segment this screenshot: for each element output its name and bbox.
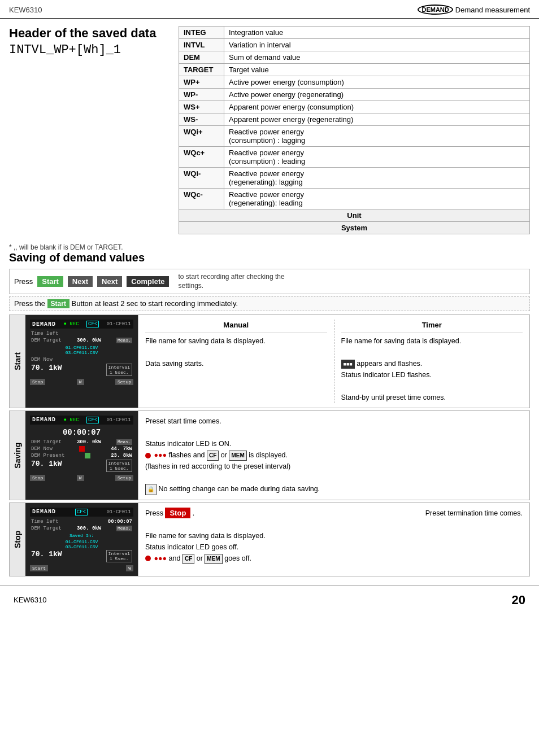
next-button-1[interactable]: Next: [68, 276, 93, 287]
saving-val2: 23. 8kW: [111, 453, 132, 458]
code-cell: WS+: [179, 101, 224, 113]
start-desc-cols: Manual File name for saving data is disp…: [145, 320, 523, 403]
saving-interval: Interval1 5sec.: [106, 460, 132, 472]
stop-phase-label: Stop: [10, 503, 25, 576]
table-row-system: System: [179, 222, 530, 234]
table-row: WS- Apparent power energy (regenerating): [179, 113, 530, 126]
table-row: WQc+ Reactive power energy(consumption) …: [179, 147, 530, 168]
saving-device-screen: DEMAND ● REC CF< 01-CF011 00:00:07 DEM T…: [28, 413, 136, 483]
interval-box: Interval1 5sec.: [106, 364, 132, 376]
saving-mode: Meas.: [116, 439, 132, 445]
code-cell: INTVL: [179, 39, 224, 51]
footnote: * ,, will be blank if is DEM or TARGET.: [9, 243, 530, 251]
next-button-2[interactable]: Next: [97, 276, 122, 287]
press-stop-text: Press Stop .: [145, 508, 194, 519]
start-phase-row: Start DEMAND ● REC CF< 01-CF011 Time lef…: [9, 314, 530, 408]
file-desc: File name for saving data is displayed.: [145, 335, 327, 347]
saving-target-label: DEM Target: [31, 439, 62, 445]
press-label: Press: [14, 277, 33, 286]
table-row: WQi- Reactive power energy(regenerating)…: [179, 168, 530, 189]
stop-screen-header: DEMAND CF< 01-CF011: [30, 508, 133, 517]
led-red-icon: [145, 453, 151, 458]
code-cell: WQi-: [179, 168, 224, 189]
setup-btn-label: Setup: [115, 379, 133, 385]
stop-file-desc: File name for saving data is displayed.: [145, 530, 523, 541]
desc-cell: Variation in interval: [224, 39, 530, 51]
stop-target-row: DEM Target 300. 0kW Meas.: [30, 525, 133, 532]
target-value: 300. 0kW: [77, 338, 101, 343]
start-button[interactable]: Start: [37, 276, 63, 287]
w-btn-label: W: [77, 379, 84, 385]
target-row: DEM Target 300. 0kW Meas.: [30, 337, 133, 344]
stop-time-row: Time left 00:00:07: [30, 518, 133, 525]
start-device-screen: DEMAND ● REC CF< 01-CF011 Time left DEM …: [28, 317, 136, 387]
inline-start-button[interactable]: Start: [47, 299, 69, 308]
stop-phase-row: Stop DEMAND CF< 01-CF011 Time left 00:00…: [9, 502, 530, 576]
desc-cell: Active power energy (regenerating): [224, 89, 530, 101]
saving-phase-row: Saving DEMAND ● REC CF< 01-CF011 00:00:0…: [9, 410, 530, 500]
code-cell: INTEG: [179, 27, 224, 39]
header-subtitle: INTVL_WP+[Wh]_1: [9, 43, 167, 57]
page-footer: KEW6310 20: [0, 585, 539, 614]
stop-time-val: 00:00:07: [108, 519, 132, 525]
timer-col: Timer File name for saving data is displ…: [341, 320, 523, 403]
left-panel: Header of the saved data INTVL_WP+[Wh]_1: [9, 26, 167, 234]
stop-desc-top: Press Stop . Preset termination time com…: [145, 508, 523, 519]
footer-model: KEW6310: [14, 596, 47, 604]
stop-footer: Start W: [30, 565, 133, 571]
stop-mode: Meas.: [116, 526, 132, 531]
table-row: WP- Active power energy (regenerating): [179, 89, 530, 101]
stop-screen: DEMAND CF< 01-CF011 Time left 00:00:07 D…: [25, 503, 138, 576]
dem-now-label: DEM Now: [31, 357, 53, 362]
preset-termination: Preset termination time comes.: [425, 508, 523, 519]
code-cell: WP+: [179, 76, 224, 89]
data-table: INTEG Integration value INTVL Variation …: [179, 26, 530, 234]
stop-cf-badge: CF: [182, 554, 194, 564]
demand-badge: DEMAND: [418, 5, 453, 15]
stop-device-screen: DEMAND CF< 01-CF011 Time left 00:00:07 D…: [28, 505, 136, 574]
stop-files: 01-CF011.CSV03-CF011.CSV: [30, 539, 133, 549]
no-setting: 🔒 No setting change can be made during d…: [145, 483, 523, 495]
stop-time-label: Time left: [31, 519, 59, 525]
manual-col: Manual File name for saving data is disp…: [145, 320, 327, 403]
screen-footer: Stop W Setup: [30, 379, 133, 385]
saving-target-row: DEM Target 300. 0kW Meas.: [30, 439, 133, 445]
main-content: Header of the saved data INTVL_WP+[Wh]_1…: [0, 26, 539, 234]
press-start-note: Press the Start Button at least 2 sec to…: [9, 296, 530, 311]
code-cell: WQc+: [179, 147, 224, 168]
stop-button[interactable]: Stop: [165, 508, 190, 518]
desc-cell: Reactive power energy(regenerating): lea…: [224, 189, 530, 209]
stop-w-btn: W: [126, 565, 133, 571]
cf-indicator: CF<: [86, 321, 99, 327]
desc-cell: Target value: [224, 64, 530, 76]
date-indicator: 01-CF011: [107, 321, 131, 327]
complete-button[interactable]: Complete: [127, 276, 169, 287]
stop-power-row: 70. 1kW Interval1 5sec.: [30, 549, 133, 563]
table-row-unit: Unit: [179, 209, 530, 222]
page-header: KEW6310 DEMAND Demand measurement: [0, 0, 539, 19]
stop-start-btn: Start: [30, 565, 48, 571]
saving-val2-row: DEM Present 23. 8kW: [30, 452, 133, 459]
header-title: Demand measurement: [455, 6, 530, 14]
table-row: INTEG Integration value: [179, 27, 530, 39]
saving-dem-now: DEM Now: [31, 446, 53, 452]
stop-cf: CF<: [75, 509, 88, 515]
cf-badge: CF: [207, 451, 219, 461]
desc-cell: Apparent power energy (consumption): [224, 101, 530, 113]
rec-indicator: ● REC: [64, 321, 79, 327]
saving-power: 70. 1kW: [31, 460, 62, 472]
desc-cell: Reactive power energy(regenerating): lag…: [224, 168, 530, 189]
timer-file-desc: File name for saving data is displayed.: [341, 335, 523, 347]
red-text: ●●●: [154, 451, 167, 459]
saving-section: Saving of demand values Press Start Next…: [0, 251, 539, 576]
stop-btn-label: Stop: [30, 379, 45, 385]
target-label: DEM Target: [31, 338, 62, 343]
step-info: to start recording after checking theset…: [178, 273, 284, 290]
red-indicator: [79, 446, 85, 452]
saving-phase-label: Saving: [10, 411, 25, 500]
manual-title: Manual: [145, 320, 327, 333]
table-row: WQc- Reactive power energy(regenerating)…: [179, 189, 530, 209]
code-cell: DEM: [179, 51, 224, 64]
desc-cell: Active power energy (consumption): [224, 76, 530, 89]
desc-cell: Integration value: [224, 27, 530, 39]
